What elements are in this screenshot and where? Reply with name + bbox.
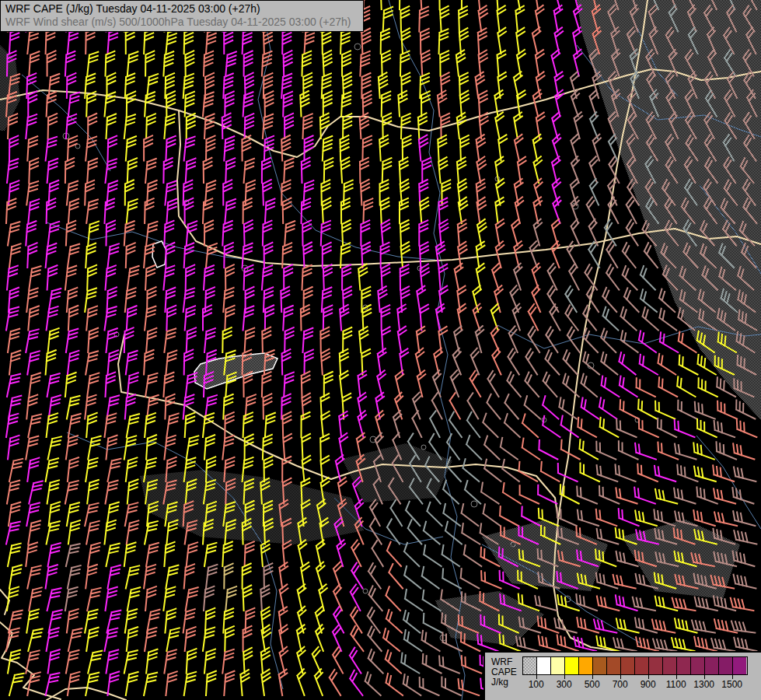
legend-cell-13	[705, 657, 719, 674]
legend-tick-label: 500	[585, 679, 600, 690]
wrf-weather-map-screen: WRF CAPE (J/kg) Tuesday 04-11-2025 03:00…	[0, 0, 761, 700]
legend-cell-6	[607, 657, 621, 674]
legend-labels: WRFCAPEJ/kg	[491, 657, 517, 688]
legend-cell-15	[733, 657, 746, 674]
legend-cell-2	[551, 657, 565, 674]
legend-cell-14	[719, 657, 733, 674]
legend-cell-7	[621, 657, 635, 674]
legend-tick-row: 100300500700900110013001500	[522, 675, 748, 691]
legend-cell-0	[523, 657, 537, 674]
legend-tick-label: 1500	[721, 679, 742, 690]
legend-cell-1	[537, 657, 551, 674]
legend-cell-11	[677, 657, 691, 674]
legend-cell-9	[649, 657, 663, 674]
legend-tick-label: 100	[529, 679, 544, 690]
legend-cell-8	[635, 657, 649, 674]
weather-map-canvas	[0, 0, 761, 700]
legend-tick-label: 300	[557, 679, 572, 690]
legend-label-2: J/kg	[491, 677, 517, 688]
legend-tick-label: 1300	[693, 679, 714, 690]
cape-legend: WRFCAPEJ/kg 100300500700900110013001500	[483, 651, 761, 700]
legend-cell-4	[579, 657, 593, 674]
legend-tick-label: 700	[613, 679, 628, 690]
title-line-cape: WRF CAPE (J/kg) Tuesday 04-11-2025 03:00…	[5, 2, 358, 16]
legend-colorbar	[522, 656, 748, 675]
legend-cell-10	[663, 657, 677, 674]
legend-cell-12	[691, 657, 705, 674]
legend-tick-label: 1100	[666, 679, 686, 690]
legend-colorbar-wrap: 100300500700900110013001500	[522, 656, 748, 691]
legend-cell-3	[565, 657, 579, 674]
title-box: WRF CAPE (J/kg) Tuesday 04-11-2025 03:00…	[0, 0, 364, 32]
legend-tick-label: 900	[641, 679, 656, 690]
title-line-shear: WRF Wind shear (m/s) 500/1000hPa Tuesday…	[5, 16, 358, 29]
legend-cell-5	[593, 657, 607, 674]
